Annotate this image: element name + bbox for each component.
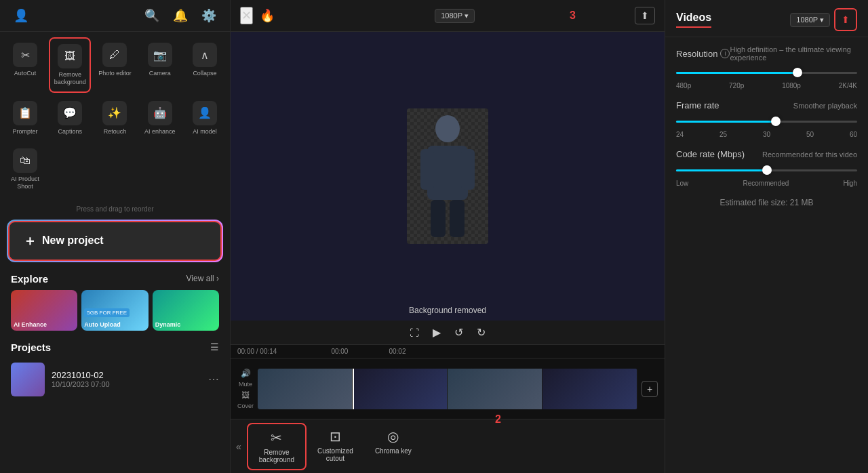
explore-card-auto-upload[interactable]: 5GB FOR FREE Auto Upload — [81, 290, 148, 331]
resolution-info-icon[interactable]: i — [720, 49, 730, 58]
free-badge: 5GB FOR FREE — [84, 308, 130, 317]
framerate-desc: Smoother playback — [793, 102, 857, 110]
view-all-link[interactable]: View all › — [186, 274, 219, 283]
play-button[interactable]: ▶ — [433, 326, 441, 339]
captions-label: Captions — [58, 128, 83, 136]
videos-title: Videos — [676, 12, 711, 28]
camera-icon: 📷 — [148, 43, 172, 67]
retouch-label: Retouch — [104, 128, 127, 136]
project-more-button[interactable]: ⋯ — [208, 373, 219, 386]
sidebar-header: 👤 🔍 🔔 ⚙️ — [0, 0, 230, 32]
svg-point-5 — [435, 115, 460, 142]
tool-retouch[interactable]: ✨ Retouch — [94, 96, 136, 141]
framerate-labels: 24 25 30 50 60 — [676, 131, 857, 138]
cover-label: Cover — [237, 403, 254, 409]
project-thumbnail — [11, 363, 45, 396]
explore-card-ai-enhance[interactable]: AI Enhance — [11, 290, 77, 331]
coderate-track — [676, 169, 857, 171]
timeline-time-1: 00:02 — [389, 348, 406, 355]
tool-captions[interactable]: 💬 Captions — [49, 96, 91, 141]
coderate-slider[interactable] — [676, 163, 857, 177]
bell-icon[interactable]: 🔔 — [173, 8, 188, 23]
fps-30: 30 — [763, 131, 770, 138]
frame-2 — [353, 369, 448, 409]
coderate-labels: Low Recommended High — [676, 180, 857, 187]
tool-remove-background[interactable]: 🖼 Remove background — [49, 37, 91, 93]
explore-title: Explore — [11, 273, 48, 285]
resolution-labels: 480p 720p 1080p 2K/4K — [676, 82, 857, 89]
tool-autocut[interactable]: ✂ AutoCut — [4, 37, 46, 93]
framerate-fill — [676, 121, 776, 123]
bg-removed-label: Background removed — [409, 306, 486, 315]
timeline-tracks: 🔊 Mute 🖼 Cover + — [231, 358, 665, 419]
explore-card-dynamic[interactable]: Dynamic — [153, 290, 219, 331]
explore-cards: AI Enhance 5GB FOR FREE Auto Upload Dyna… — [11, 290, 219, 331]
project-info: 20231010-02 10/10/2023 07:00 — [52, 370, 201, 388]
resolution-dropdown[interactable]: 1080P ▾ — [435, 9, 475, 23]
add-track-button[interactable]: + — [642, 381, 658, 397]
sort-icon[interactable]: ☰ — [210, 342, 219, 352]
card-3-label: Dynamic — [155, 321, 181, 328]
ai-enhance-icon: 🤖 — [148, 101, 172, 125]
autocut-icon: ✂ — [13, 43, 37, 67]
tool-photo-editor[interactable]: 🖊 Photo editor — [94, 37, 136, 93]
resolution-thumb[interactable] — [793, 68, 802, 77]
new-project-button[interactable]: ＋ New project — [8, 221, 222, 261]
tool-ai-model[interactable]: 👤 AI model — [184, 96, 226, 141]
new-project-section: ＋ New project — [7, 220, 223, 262]
prompter-label: Prompter — [13, 128, 38, 136]
framerate-thumb[interactable] — [771, 117, 781, 126]
videos-export-button[interactable]: ⬆ — [834, 8, 857, 31]
tool-prompter[interactable]: 📋 Prompter — [4, 96, 46, 141]
tool-camera[interactable]: 📷 Camera — [139, 37, 181, 93]
rewind-button[interactable]: ↺ — [454, 326, 463, 339]
ai-model-label: AI model — [193, 128, 217, 136]
tool-ai-enhance[interactable]: 🤖 AI enhance — [139, 96, 181, 141]
toolbar-customized-cutout[interactable]: ⊡ Customizedcutout — [307, 423, 364, 470]
framerate-slider[interactable] — [676, 115, 857, 128]
toolbar-tools: ✂ Removebackground ⊡ Customizedcutout ◎ … — [247, 423, 665, 470]
project-name: 20231010-02 — [52, 370, 201, 380]
ai-product-icon: 🛍 — [13, 148, 37, 173]
resolution-track — [676, 72, 857, 74]
mute-icon[interactable]: 🔊 — [241, 369, 251, 378]
video-track[interactable] — [258, 369, 637, 409]
step-3-label: 3 — [570, 9, 576, 22]
remove-bg-toolbar-icon: ✂ — [271, 430, 282, 446]
project-item[interactable]: 20231010-02 10/10/2023 07:00 ⋯ — [11, 358, 219, 400]
prompter-icon: 📋 — [13, 101, 37, 125]
toolbar-remove-bg[interactable]: ✂ Removebackground — [247, 423, 307, 470]
res-lbl-1080: 1080p — [782, 82, 801, 89]
fps-25: 25 — [719, 131, 727, 138]
cover-icon[interactable]: 🖼 — [241, 390, 250, 400]
coderate-thumb[interactable] — [762, 165, 772, 175]
chroma-key-icon: ◎ — [387, 428, 399, 445]
settings-icon[interactable]: ⚙️ — [201, 8, 216, 23]
resolution-label: Resolution i — [676, 49, 730, 59]
expand-button[interactable]: ⛶ — [410, 327, 419, 338]
remove-bg-icon: 🖼 — [58, 44, 82, 68]
videos-resolution-dropdown[interactable]: 1080P ▾ — [790, 13, 830, 27]
app-container: 👤 🔍 🔔 ⚙️ ✂ AutoCut 🖼 Remove background 🖊… — [0, 0, 868, 473]
coderate-label: Code rate (Mbps) — [676, 149, 745, 159]
user-icon[interactable]: 👤 — [14, 8, 28, 23]
export-button[interactable]: ⬆ — [635, 7, 655, 24]
close-button[interactable]: ✕ — [240, 7, 253, 24]
explore-section: Explore View all › AI Enhance 5GB FOR FR… — [0, 265, 230, 335]
projects-header: Projects ☰ — [11, 342, 219, 353]
toolbar-collapse-button[interactable]: « — [231, 441, 247, 452]
framerate-label: Frame rate — [676, 100, 719, 110]
tools-grid: ✂ AutoCut 🖼 Remove background 🖊 Photo ed… — [0, 32, 230, 201]
card-2-label: Auto Upload — [84, 321, 121, 328]
video-bg — [231, 32, 665, 321]
track-frames — [258, 369, 637, 409]
toolbar-chroma-key[interactable]: ◎ Chroma key — [364, 423, 422, 470]
resolution-slider[interactable] — [676, 66, 857, 79]
tool-collapse[interactable]: ∧ Collapse — [184, 37, 226, 93]
mute-label: Mute — [239, 381, 252, 388]
videos-panel: Videos 1080P ▾ ⬆ 3 Resolution i High def… — [665, 0, 868, 473]
forward-button[interactable]: ↻ — [477, 326, 486, 339]
playhead — [353, 369, 354, 409]
tool-ai-product[interactable]: 🛍 AI Product Shoot — [4, 143, 46, 196]
search-icon[interactable]: 🔍 — [144, 8, 159, 23]
